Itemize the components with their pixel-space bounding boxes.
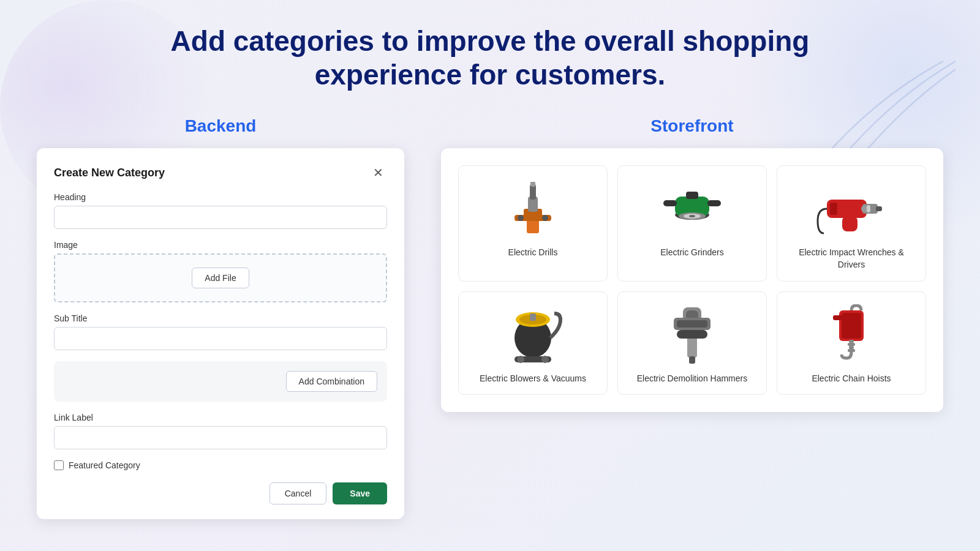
image-field-group: Image Add File xyxy=(54,240,387,302)
impact-wrenches-image xyxy=(815,178,888,239)
category-name-electric-drills: Electric Drills xyxy=(508,247,558,259)
svg-rect-22 xyxy=(867,205,870,212)
storefront-label: Storefront xyxy=(441,116,943,136)
add-combination-button[interactable]: Add Combination xyxy=(286,371,377,392)
image-label: Image xyxy=(54,240,387,250)
close-modal-button[interactable]: ✕ xyxy=(369,165,387,180)
svg-rect-14 xyxy=(707,200,721,206)
svg-rect-29 xyxy=(530,313,536,321)
category-card-demolition-hammers[interactable]: Electric Demolition Hammers xyxy=(617,291,767,395)
svg-rect-40 xyxy=(848,343,855,346)
category-card-electric-drills[interactable]: Electric Drills xyxy=(458,165,608,281)
featured-category-row: Featured Category xyxy=(54,460,387,470)
heading-line1: Add categories to improve the overall sh… xyxy=(171,25,810,57)
cancel-button[interactable]: Cancel xyxy=(270,482,327,504)
electric-drills-image xyxy=(496,178,570,239)
category-card-impact-wrenches[interactable]: Electric Impact Wrenches & Drivers xyxy=(777,165,926,281)
svg-rect-19 xyxy=(842,216,858,231)
featured-category-checkbox[interactable] xyxy=(54,460,64,470)
category-grid: Electric Drills xyxy=(458,165,926,395)
svg-point-13 xyxy=(689,215,695,217)
category-name-impact-wrenches: Electric Impact Wrenches & Drivers xyxy=(787,247,916,271)
category-card-blowers-vacuums[interactable]: Electric Blowers & Vacuums xyxy=(458,291,608,395)
demolition-hammers-image xyxy=(655,304,729,365)
svg-point-5 xyxy=(518,215,524,221)
svg-rect-7 xyxy=(530,182,535,187)
subtitle-label: Sub Title xyxy=(54,313,387,323)
featured-category-label: Featured Category xyxy=(69,460,140,470)
svg-rect-42 xyxy=(848,349,855,352)
modal-title: Create New Category xyxy=(54,167,165,179)
svg-rect-21 xyxy=(830,203,837,215)
image-upload-area[interactable]: Add File xyxy=(54,253,387,302)
save-button[interactable]: Save xyxy=(333,482,387,504)
svg-point-27 xyxy=(517,356,524,363)
category-name-blowers-vacuums: Electric Blowers & Vacuums xyxy=(480,373,586,385)
link-label-label: Link Label xyxy=(54,413,387,422)
subtitle-input[interactable] xyxy=(54,327,387,350)
category-card-electric-grinders[interactable]: Electric Grinders xyxy=(617,165,767,281)
add-file-button[interactable]: Add File xyxy=(192,268,249,288)
svg-rect-41 xyxy=(849,346,854,349)
link-label-input[interactable] xyxy=(54,426,387,449)
page-heading: Add categories to improve the overall sh… xyxy=(37,24,943,92)
svg-rect-15 xyxy=(663,200,677,206)
svg-rect-43 xyxy=(833,315,842,320)
category-name-chain-hoists: Electric Chain Hoists xyxy=(812,373,891,385)
svg-rect-10 xyxy=(686,192,698,199)
storefront-panel: Electric Drills xyxy=(441,148,943,412)
category-name-electric-grinders: Electric Grinders xyxy=(660,247,723,259)
svg-point-6 xyxy=(542,215,548,221)
link-label-field-group: Link Label xyxy=(54,413,387,449)
svg-rect-33 xyxy=(689,356,695,364)
chain-hoists-image xyxy=(815,304,888,365)
modal-footer: Cancel Save xyxy=(54,482,387,504)
svg-rect-38 xyxy=(842,313,861,339)
category-card-chain-hoists[interactable]: Electric Chain Hoists xyxy=(777,291,926,395)
backend-label: Backend xyxy=(37,116,404,136)
svg-rect-18 xyxy=(876,206,882,211)
svg-rect-36 xyxy=(677,330,707,339)
electric-grinders-image xyxy=(655,178,729,239)
svg-rect-35 xyxy=(677,320,707,328)
create-category-modal: Create New Category ✕ Heading Image Add … xyxy=(37,148,404,519)
blowers-vacuums-image xyxy=(496,304,570,365)
category-name-demolition-hammers: Electric Demolition Hammers xyxy=(637,373,747,385)
svg-rect-39 xyxy=(849,340,854,343)
subtitle-field-group: Sub Title xyxy=(54,313,387,350)
combination-section: Add Combination xyxy=(54,361,387,402)
svg-rect-32 xyxy=(687,336,697,358)
heading-field-group: Heading xyxy=(54,192,387,229)
heading-line2: experience for customers. xyxy=(315,59,666,91)
svg-point-28 xyxy=(541,356,549,363)
heading-label: Heading xyxy=(54,192,387,202)
heading-input[interactable] xyxy=(54,206,387,229)
